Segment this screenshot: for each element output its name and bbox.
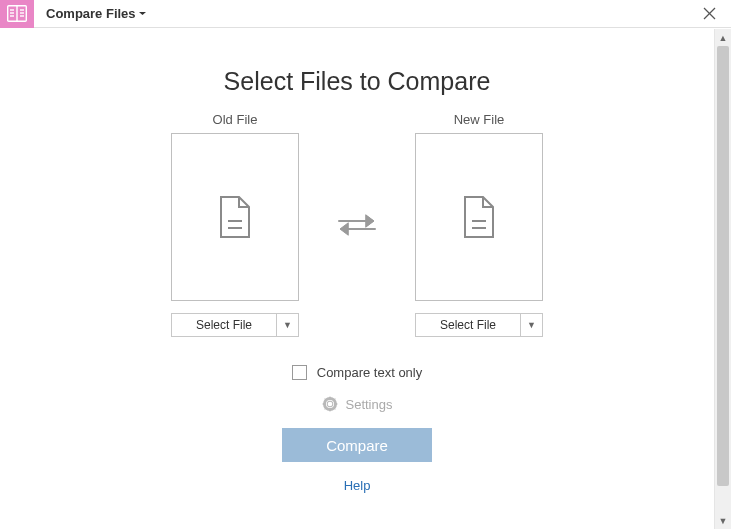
checkbox-icon: [292, 365, 307, 380]
scroll-thumb[interactable]: [717, 46, 729, 486]
options-area: Compare text only Settings Compare Help: [0, 365, 714, 493]
new-file-label: New File: [454, 112, 505, 127]
scroll-up-button[interactable]: ▲: [715, 29, 731, 46]
compare-text-only-label: Compare text only: [317, 365, 423, 380]
new-file-select-dropdown[interactable]: ▼: [521, 313, 543, 337]
compare-text-only-checkbox[interactable]: Compare text only: [292, 365, 423, 380]
close-button[interactable]: [699, 4, 719, 24]
swap-arrows-icon[interactable]: [337, 212, 377, 238]
settings-button[interactable]: Settings: [322, 396, 393, 412]
document-icon: [461, 195, 497, 239]
old-file-select-row: Select File ▼: [171, 313, 299, 337]
title-dropdown[interactable]: Compare Files: [34, 6, 147, 21]
svg-point-18: [327, 402, 332, 407]
compare-button[interactable]: Compare: [282, 428, 432, 462]
new-file-dropzone[interactable]: [415, 133, 543, 301]
document-icon: [217, 195, 253, 239]
window-title: Compare Files: [46, 6, 136, 21]
titlebar: Compare Files: [0, 0, 731, 28]
file-panes: Old File Select File ▼ New File Select F…: [0, 112, 714, 337]
vertical-scrollbar[interactable]: ▲ ▼: [714, 29, 731, 529]
old-file-select-button[interactable]: Select File: [171, 313, 277, 337]
page-title: Select Files to Compare: [0, 67, 714, 96]
old-file-select-dropdown[interactable]: ▼: [277, 313, 299, 337]
old-file-dropzone[interactable]: [171, 133, 299, 301]
chevron-down-icon: [138, 9, 147, 18]
new-file-pane: New File Select File ▼: [415, 112, 543, 337]
app-icon: [0, 0, 34, 28]
settings-label: Settings: [346, 397, 393, 412]
new-file-select-row: Select File ▼: [415, 313, 543, 337]
help-link[interactable]: Help: [344, 478, 371, 493]
gear-icon: [322, 396, 338, 412]
old-file-label: Old File: [213, 112, 258, 127]
new-file-select-button[interactable]: Select File: [415, 313, 521, 337]
scroll-down-button[interactable]: ▼: [715, 512, 731, 529]
old-file-pane: Old File Select File ▼: [171, 112, 299, 337]
content-area: Select Files to Compare Old File Select …: [0, 29, 714, 529]
